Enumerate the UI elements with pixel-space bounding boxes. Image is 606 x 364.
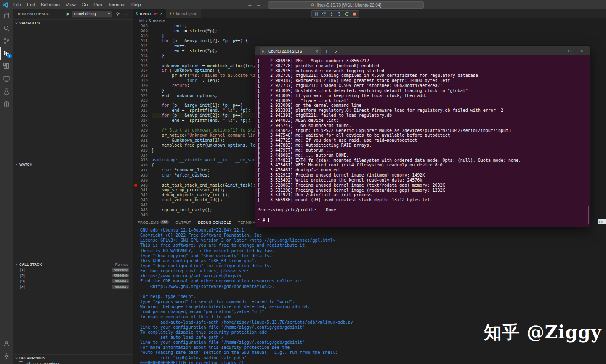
- more-actions-button[interactable]: ···: [123, 11, 129, 16]
- code-gutter[interactable]: 921: [133, 88, 152, 93]
- section-call-stack[interactable]: CALL STACK Running: [13, 261, 133, 267]
- code-gutter[interactable]: 911: [133, 38, 152, 43]
- start-debugging-button[interactable]: [66, 12, 70, 16]
- menu-item-run[interactable]: Run: [90, 0, 105, 9]
- accounts-icon[interactable]: [0, 337, 13, 350]
- code-gutter[interactable]: 928: [133, 123, 152, 128]
- call-stack-frame[interactable]: [4]RUNNING: [13, 284, 133, 290]
- menu-item-go[interactable]: Go: [79, 0, 91, 9]
- launch-config-gear-icon[interactable]: [115, 11, 120, 16]
- section-breakpoints[interactable]: BREAKPOINTS: [13, 354, 133, 361]
- terminal-tab[interactable]: Ubuntu 22.04.2 LTS ×: [260, 47, 321, 55]
- panel-tab-output[interactable]: OUTPUT: [175, 218, 191, 226]
- terminal-output[interactable]: [ 2.886946] PM: Magic number: 3:856:212[…: [255, 55, 590, 227]
- call-stack-frame[interactable]: [3]RUNNING: [13, 278, 133, 284]
- panel-tab-problems[interactable]: PROBLEMS108: [138, 218, 169, 226]
- terminal-prompt-line[interactable]: ~ #: [258, 218, 588, 223]
- code-gutter[interactable]: 917: [133, 68, 152, 73]
- code-gutter[interactable]: 927: [133, 118, 152, 123]
- breadcrumb-file[interactable]: main.c: [153, 18, 165, 23]
- breakpoint-entry[interactable]: All C++ Exceptions: [13, 361, 133, 364]
- minimize-button[interactable]: –: [551, 46, 563, 55]
- code-gutter[interactable]: 938: [133, 173, 152, 178]
- code-gutter[interactable]: 926: [133, 113, 152, 118]
- debug-step-over-button[interactable]: [321, 11, 327, 17]
- debug-stop-button[interactable]: [351, 11, 358, 17]
- code-gutter[interactable]: 945: [133, 208, 152, 213]
- code-gutter[interactable]: 930: [133, 133, 152, 138]
- back-arrow-icon[interactable]: ←: [247, 2, 252, 8]
- source-control-icon[interactable]: [0, 34, 13, 47]
- editor-tab-main-c[interactable]: Cmain.c9+×: [133, 9, 166, 18]
- code-gutter[interactable]: 944: [133, 203, 152, 208]
- code-gutter[interactable]: 939: [133, 178, 152, 183]
- code-gutter[interactable]: 933: [133, 148, 152, 153]
- code-gutter[interactable]: 918: [133, 73, 152, 78]
- call-stack-frame[interactable]: [2]RUNNING: [13, 273, 133, 279]
- search-icon[interactable]: [0, 22, 13, 34]
- extensions-icon[interactable]: [0, 60, 13, 72]
- code-gutter[interactable]: 935: [133, 158, 152, 163]
- editor-tab-launch-json[interactable]: {}launch.json: [166, 9, 201, 18]
- menu-item-file[interactable]: File: [11, 0, 24, 9]
- breadcrumb[interactable]: init › C main.c: [133, 18, 606, 24]
- breakpoint-icon[interactable]: [134, 184, 137, 187]
- remote-explorer-icon[interactable]: [0, 72, 13, 85]
- menu-item-view[interactable]: View: [63, 0, 79, 9]
- launch-config-dropdown[interactable]: kernel-debug: [72, 11, 112, 18]
- code-gutter[interactable]: 908: [133, 24, 152, 29]
- close-button[interactable]: ×: [576, 46, 588, 55]
- package-icon[interactable]: [0, 98, 13, 110]
- maximize-button[interactable]: □: [563, 46, 576, 55]
- code-gutter[interactable]: 922: [133, 93, 152, 98]
- code-gutter[interactable]: 943: [133, 198, 152, 203]
- code-gutter[interactable]: 936: [133, 163, 152, 168]
- code-gutter[interactable]: 913: [133, 48, 152, 53]
- testing-icon[interactable]: [0, 85, 13, 98]
- section-watch[interactable]: WATCH: [13, 161, 133, 167]
- code-gutter[interactable]: 941: [133, 187, 152, 193]
- terminal-tab-close-icon[interactable]: ×: [316, 49, 318, 54]
- code-gutter[interactable]: 910: [133, 34, 152, 39]
- section-variables[interactable]: VARIABLES: [13, 19, 133, 26]
- code-gutter[interactable]: 916: [133, 63, 152, 69]
- explorer-icon[interactable]: [0, 9, 13, 22]
- settings-gear-icon[interactable]: [0, 350, 13, 362]
- debug-step-into-button[interactable]: [328, 11, 335, 17]
- code-gutter[interactable]: 934: [133, 153, 152, 158]
- code-gutter[interactable]: 915: [133, 58, 152, 63]
- debug-restart-button[interactable]: [343, 11, 350, 17]
- code-gutter[interactable]: 932: [133, 143, 152, 148]
- run-and-debug-icon[interactable]: 1: [0, 47, 13, 60]
- code-gutter[interactable]: 937: [133, 168, 152, 173]
- menu-item-help[interactable]: Help: [128, 0, 144, 9]
- terminal-window[interactable]: Ubuntu 22.04.2 LTS × + – □ × [ 2.886946]…: [255, 45, 591, 227]
- code-gutter[interactable]: 919: [133, 78, 152, 83]
- code-gutter[interactable]: 924: [133, 103, 152, 108]
- code-gutter[interactable]: 929: [133, 128, 152, 133]
- new-tab-button[interactable]: +: [322, 47, 331, 55]
- breakpoint-checkbox[interactable]: [19, 361, 23, 364]
- code-gutter[interactable]: 931: [133, 138, 152, 143]
- code-gutter[interactable]: 920: [133, 83, 152, 88]
- tab-close-icon[interactable]: ×: [160, 11, 162, 16]
- code-gutter[interactable]: 942: [133, 193, 152, 198]
- code-gutter[interactable]: 946: [133, 212, 152, 217]
- call-stack-frame[interactable]: [1]RUNNING: [13, 267, 133, 273]
- code-gutter[interactable]: 923: [133, 98, 152, 103]
- command-center-search[interactable]: linux-5.15.78 [WSL: Ubuntu-22.04]: [268, 1, 424, 9]
- tab-dropdown-icon[interactable]: [332, 47, 339, 55]
- menu-item-selection[interactable]: Selection: [38, 0, 63, 9]
- terminal-title-bar[interactable]: Ubuntu 22.04.2 LTS × + – □ ×: [255, 46, 590, 55]
- menu-item-terminal[interactable]: Terminal: [105, 0, 129, 9]
- code-gutter[interactable]: 925: [133, 108, 152, 113]
- debug-step-out-button[interactable]: [336, 11, 343, 17]
- terminal-scrollbar[interactable]: [588, 206, 589, 224]
- code-gutter[interactable]: 909: [133, 29, 152, 34]
- code-gutter[interactable]: 914: [133, 53, 152, 58]
- code-gutter[interactable]: 912: [133, 43, 152, 48]
- debug-pause-button[interactable]: [313, 11, 320, 17]
- console-filter-input[interactable]: Fil: [598, 219, 606, 224]
- menu-item-edit[interactable]: Edit: [24, 0, 38, 9]
- forward-arrow-icon[interactable]: →: [256, 2, 261, 8]
